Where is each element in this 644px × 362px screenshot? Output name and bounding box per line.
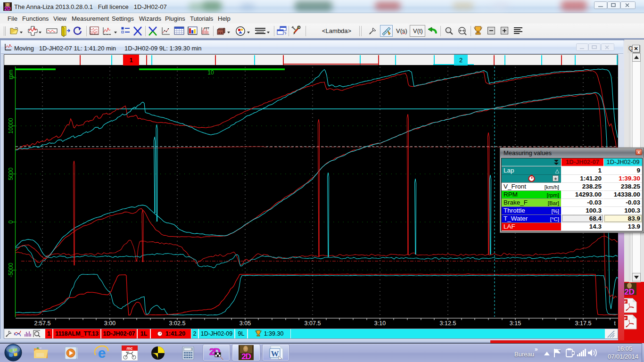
svg-text:<Lambda>: <Lambda> <box>322 27 351 34</box>
svg-text:5000: 5000 <box>8 167 14 180</box>
svg-text:3:07.5: 3:07.5 <box>305 320 321 327</box>
svg-text:3:02.5: 3:02.5 <box>169 320 186 327</box>
svg-text:rpm: rpm <box>8 70 14 80</box>
svg-text:3:00: 3:00 <box>104 320 116 327</box>
svg-text:0: 0 <box>191 348 192 351</box>
svg-text:2:57.5: 2:57.5 <box>34 320 51 327</box>
svg-text:t: t <box>614 320 616 327</box>
svg-text:3:05: 3:05 <box>239 320 251 327</box>
svg-text:V(s): V(s) <box>396 27 407 34</box>
svg-text:FFT: FFT <box>204 27 209 30</box>
svg-text:F: F <box>624 316 627 321</box>
svg-text:e: e <box>98 346 106 361</box>
svg-text:0: 0 <box>8 220 14 223</box>
svg-text:V(t): V(t) <box>413 27 423 34</box>
svg-text:W: W <box>271 349 279 358</box>
svg-text:2D: 2D <box>241 352 251 361</box>
svg-text:2D: 2D <box>624 288 635 296</box>
svg-text:3:12.5: 3:12.5 <box>440 320 456 327</box>
svg-text:3:10: 3:10 <box>374 320 386 327</box>
svg-text:3:17.5: 3:17.5 <box>575 320 592 327</box>
svg-text:F: F <box>624 300 627 304</box>
svg-text:10: 10 <box>207 69 214 76</box>
svg-text:-5000: -5000 <box>8 263 14 277</box>
svg-text:2D: 2D <box>5 6 11 11</box>
svg-text:10000: 10000 <box>8 118 14 134</box>
svg-text:mc: mc <box>126 346 132 351</box>
svg-text:3:15: 3:15 <box>510 320 521 327</box>
